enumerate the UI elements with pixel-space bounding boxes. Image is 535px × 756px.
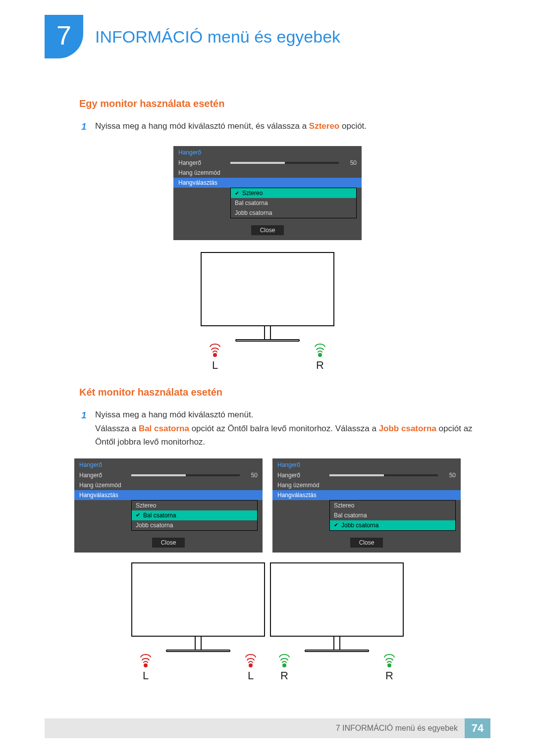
- osd-submenu: Sztereo ✔Bal csatorna Jobb csatorna: [131, 500, 258, 531]
- osd-title: Hangerő: [173, 146, 362, 158]
- speaker-label-r: R: [280, 669, 288, 682]
- text: Válassza a: [95, 424, 139, 433]
- text: opciót az Öntől balra levő monitorhoz. V…: [189, 424, 379, 433]
- option-label: Bal csatorna: [334, 512, 367, 519]
- osd-mode-label: Hang üzemmód: [178, 169, 225, 176]
- osd-option-stereo[interactable]: Sztereo: [132, 501, 257, 510]
- speaker-right-icon: R: [279, 654, 290, 682]
- speaker-label-r: R: [316, 359, 324, 372]
- osd-option-stereo[interactable]: Sztereo: [330, 501, 455, 510]
- chapter-number: 7: [56, 20, 71, 50]
- speaker-left-icon: L: [140, 654, 151, 682]
- step-text: Nyissa meg a hang mód kiválasztó menüt. …: [95, 408, 490, 449]
- volume-slider[interactable]: [329, 474, 438, 476]
- osd-volume-label: Hangerő: [277, 472, 324, 479]
- speaker-left-icon: L: [245, 654, 256, 682]
- step-number: 1: [81, 408, 88, 449]
- osd-option-left[interactable]: ✔Bal csatorna: [132, 510, 257, 520]
- close-button[interactable]: Close: [152, 538, 185, 548]
- osd-menu-stereo: Hangerő Hangerő 50 Hang üzemmód Hangvála…: [173, 146, 362, 240]
- step-row: 1 Nyissa meg a hang mód kiválasztó menüt…: [81, 408, 490, 449]
- close-button[interactable]: Close: [251, 225, 284, 235]
- check-icon: ✔: [235, 190, 239, 197]
- monitor-illustration-left: L L: [131, 562, 265, 682]
- osd-row-mode[interactable]: Hang üzemmód: [272, 480, 461, 490]
- section-heading-two-monitors: Két monitor használata esetén: [79, 387, 490, 398]
- speaker-label-l: L: [143, 669, 149, 682]
- volume-slider[interactable]: [230, 162, 339, 164]
- text: opciót.: [339, 121, 367, 131]
- volume-value: 50: [443, 472, 456, 479]
- step-number: 1: [81, 119, 88, 134]
- speaker-label-l: L: [212, 359, 218, 372]
- osd-row-volume[interactable]: Hangerő 50: [272, 470, 461, 480]
- osd-menu-left: Hangerő Hangerő 50 Hang üzemmód Hangvála…: [74, 458, 263, 553]
- osd-volume-label: Hangerő: [178, 159, 225, 166]
- osd-option-stereo[interactable]: ✔Sztereo: [231, 188, 356, 198]
- option-label: Jobb csatorna: [136, 522, 173, 529]
- osd-mode-label: Hang üzemmód: [79, 482, 126, 489]
- chapter-header: 7 INFORMÁCIÓ menü és egyebek: [45, 15, 490, 58]
- speaker-label-r: R: [385, 669, 393, 682]
- osd-volume-label: Hangerő: [79, 472, 126, 479]
- text: Nyissa meg a hang mód kiválasztó menüt, …: [95, 121, 309, 131]
- monitor-illustration-right: R R: [270, 562, 404, 682]
- osd-menu-right: Hangerő Hangerő 50 Hang üzemmód Hangvála…: [272, 458, 461, 553]
- option-label: Sztereo: [136, 502, 156, 509]
- osd-select-label: Hangválasztás: [178, 179, 225, 186]
- osd-submenu: Sztereo Bal csatorna ✔Jobb csatorna: [329, 500, 456, 531]
- monitor-screen: [131, 562, 265, 637]
- osd-option-right[interactable]: Jobb csatorna: [132, 520, 257, 530]
- option-label: Jobb csatorna: [341, 522, 378, 529]
- option-label: Bal csatorna: [235, 200, 268, 206]
- highlight-right-channel: Jobb csatorna: [379, 424, 436, 433]
- osd-option-left[interactable]: Bal csatorna: [231, 198, 356, 208]
- osd-row-select[interactable]: Hangválasztás: [74, 490, 263, 500]
- osd-option-left[interactable]: Bal csatorna: [330, 510, 455, 520]
- speaker-label-l: L: [248, 669, 254, 682]
- step-text: Nyissa meg a hang mód kiválasztó menüt, …: [95, 119, 490, 134]
- osd-mode-label: Hang üzemmód: [277, 482, 324, 489]
- volume-value: 50: [344, 159, 357, 166]
- monitor-screen: [201, 252, 334, 326]
- osd-select-label: Hangválasztás: [79, 492, 126, 499]
- option-label: Sztereo: [242, 190, 263, 197]
- speaker-right-icon: R: [315, 344, 325, 372]
- osd-row-mode[interactable]: Hang üzemmód: [74, 480, 263, 490]
- volume-value: 50: [245, 472, 258, 479]
- page-number: 74: [465, 718, 490, 738]
- osd-submenu: ✔Sztereo Bal csatorna Jobb csatorna: [230, 188, 357, 218]
- check-icon: ✔: [136, 512, 140, 518]
- step-row: 1 Nyissa meg a hang mód kiválasztó menüt…: [81, 119, 490, 134]
- osd-row-select[interactable]: Hangválasztás: [272, 490, 461, 500]
- option-label: Jobb csatorna: [235, 209, 272, 216]
- osd-row-volume[interactable]: Hangerő 50: [173, 158, 362, 168]
- monitor-illustration: L R: [201, 252, 334, 372]
- osd-row-select[interactable]: Hangválasztás: [173, 178, 362, 188]
- chapter-title: INFORMÁCIÓ menü és egyebek: [95, 27, 340, 47]
- page-footer: 7 INFORMÁCIÓ menü és egyebek 74: [45, 718, 490, 738]
- speaker-left-icon: L: [210, 344, 220, 372]
- monitor-screen: [270, 562, 404, 637]
- osd-option-right[interactable]: Jobb csatorna: [231, 208, 356, 218]
- text-line: Válassza a Bal csatorna opciót az Öntől …: [95, 422, 490, 449]
- footer-text: 7 INFORMÁCIÓ menü és egyebek: [329, 718, 465, 738]
- close-button[interactable]: Close: [350, 538, 383, 548]
- highlight-stereo: Sztereo: [309, 121, 339, 131]
- speaker-right-icon: R: [384, 654, 395, 682]
- chapter-number-badge: 7: [45, 15, 83, 58]
- check-icon: ✔: [334, 522, 338, 528]
- section-heading-one-monitor: Egy monitor használata esetén: [79, 98, 490, 109]
- highlight-left-channel: Bal csatorna: [139, 424, 189, 433]
- option-label: Sztereo: [334, 502, 354, 509]
- osd-row-volume[interactable]: Hangerő 50: [74, 470, 263, 480]
- osd-row-mode[interactable]: Hang üzemmód: [173, 168, 362, 178]
- osd-option-right[interactable]: ✔Jobb csatorna: [330, 520, 455, 530]
- text-line: Nyissa meg a hang mód kiválasztó menüt.: [95, 408, 490, 421]
- osd-title: Hangerő: [272, 458, 461, 470]
- option-label: Bal csatorna: [143, 512, 176, 519]
- volume-slider[interactable]: [131, 474, 240, 476]
- osd-title: Hangerő: [74, 458, 263, 470]
- osd-select-label: Hangválasztás: [277, 492, 324, 499]
